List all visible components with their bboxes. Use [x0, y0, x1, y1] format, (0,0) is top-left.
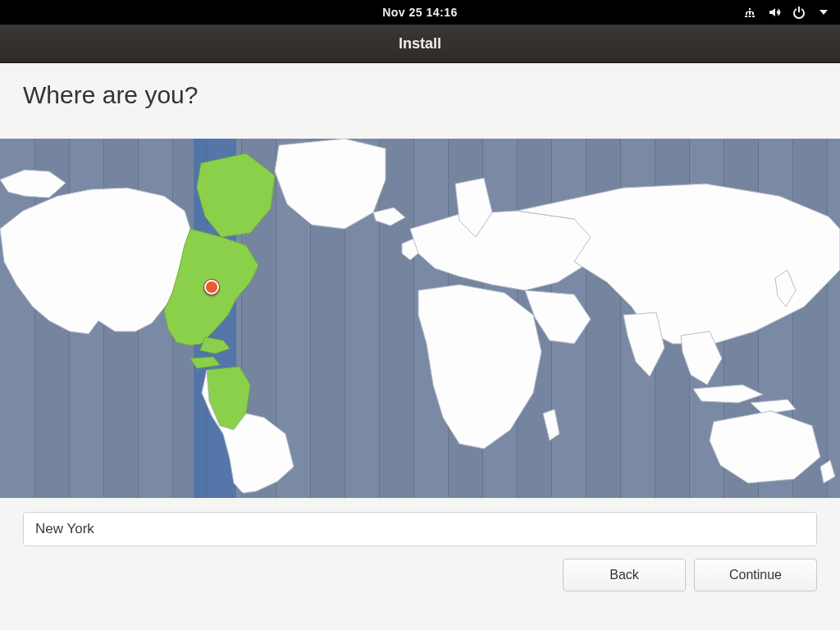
panel-status-area[interactable] — [743, 6, 830, 19]
network-icon[interactable] — [743, 6, 756, 19]
page-title: Where are you? — [23, 81, 817, 109]
volume-icon[interactable] — [768, 6, 781, 19]
location-input[interactable] — [23, 512, 817, 546]
location-field-wrap — [23, 512, 817, 546]
wizard-buttons: Back Continue — [563, 559, 817, 591]
power-icon[interactable] — [792, 6, 806, 19]
window-titlebar: Install — [0, 25, 840, 63]
gnome-top-panel: Nov 25 14:16 — [0, 0, 840, 25]
back-button[interactable]: Back — [563, 559, 686, 591]
world-map-svg — [0, 139, 840, 498]
timezone-map[interactable] — [0, 139, 840, 498]
location-marker-icon — [204, 280, 219, 294]
chevron-down-icon[interactable] — [817, 6, 830, 19]
panel-datetime[interactable]: Nov 25 14:16 — [382, 6, 458, 19]
continue-button[interactable]: Continue — [694, 559, 817, 591]
installer-page: Where are you? — [0, 63, 840, 630]
window-title: Install — [399, 35, 441, 52]
